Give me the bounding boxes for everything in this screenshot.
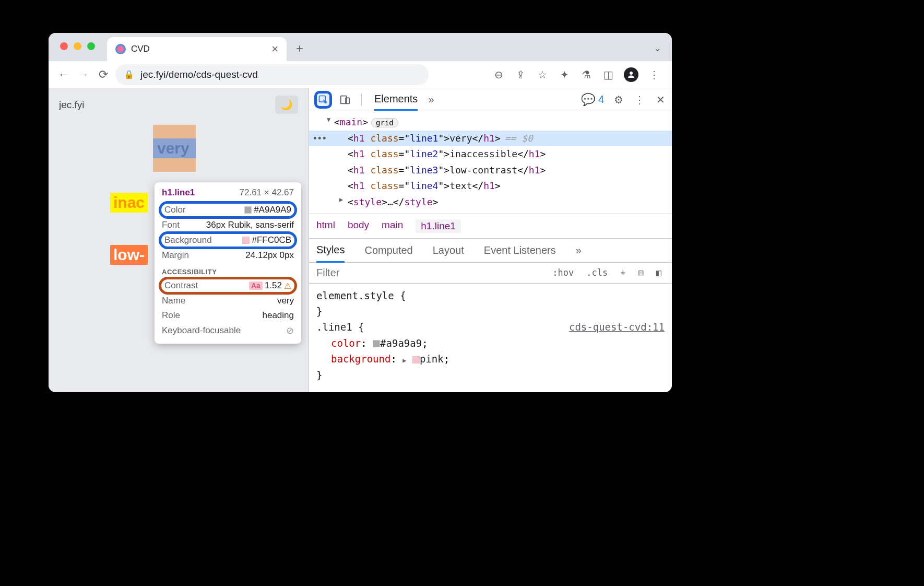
expand-icon[interactable]: ▶ xyxy=(402,357,406,364)
profile-icon[interactable] xyxy=(624,67,638,82)
tooltip-role-row: Role heading xyxy=(162,308,294,323)
tooltip-font-row: Font 36px Rubik, sans-serif xyxy=(162,218,294,232)
color-swatch xyxy=(244,206,252,214)
dom-h1-line1[interactable]: <h1 class="line1">very</h1>== $0 xyxy=(309,131,672,147)
demo-line1: very xyxy=(153,138,196,158)
line1-rule: .line1 { cds-quest-cvd:11 xyxy=(316,319,665,335)
more-tabs-icon[interactable]: » xyxy=(428,89,434,110)
dark-mode-toggle[interactable]: 🌙 xyxy=(275,96,298,114)
breadcrumb-h1[interactable]: h1.line1 xyxy=(416,219,461,233)
contrast-aa-badge: Aa xyxy=(249,282,263,290)
inspect-element-button[interactable] xyxy=(314,91,332,109)
styles-tab-styles[interactable]: Styles xyxy=(316,239,345,263)
tooltip-keyboard-row: Keyboard-focusable ⊘ xyxy=(162,323,294,338)
dom-tree[interactable]: ▼<main>grid <h1 class="line1">very</h1>=… xyxy=(309,111,672,214)
tooltip-accessibility-heading: ACCESSIBILITY xyxy=(162,268,294,276)
back-button[interactable]: ← xyxy=(56,67,72,83)
styles-content[interactable]: element.style { } .line1 { cds-quest-cvd… xyxy=(309,284,672,387)
tab-title: CVD xyxy=(131,44,266,54)
dom-breadcrumbs: html body main h1.line1 xyxy=(309,214,672,238)
styles-tab-eventlisteners[interactable]: Event Listeners xyxy=(484,239,556,262)
page-header: jec.fyi 🌙 xyxy=(49,88,309,121)
devtools-menu-icon[interactable]: ⋮ xyxy=(633,93,646,106)
sidepanel-icon[interactable]: ◫ xyxy=(602,68,614,81)
devtools-panel: Elements » 💬 4 ⚙ ⋮ ✕ ▼<main>grid <h1 cla… xyxy=(309,88,672,392)
cls-toggle[interactable]: .cls xyxy=(583,265,611,280)
dom-main-element[interactable]: ▼<main>grid xyxy=(309,114,672,131)
styles-tab-computed[interactable]: Computed xyxy=(364,239,412,262)
element-inspector-tooltip: h1.line1 72.61 × 42.67 Color #A9A9A9 Fon… xyxy=(155,182,301,344)
site-name: jec.fyi xyxy=(59,99,85,111)
breadcrumb-main[interactable]: main xyxy=(382,219,403,233)
tab-favicon xyxy=(115,44,126,54)
devtools-toolbar: Elements » 💬 4 ⚙ ⋮ ✕ xyxy=(309,88,672,111)
browser-window: CVD × + ⌄ ← → ⟳ 🔒 jec.fyi/demo/cds-quest… xyxy=(49,33,672,392)
tabs-dropdown-icon[interactable]: ⌄ xyxy=(654,42,661,54)
window-controls xyxy=(60,42,95,50)
new-style-button[interactable]: + xyxy=(617,265,629,280)
close-window-button[interactable] xyxy=(60,42,68,50)
forward-button[interactable]: → xyxy=(76,67,91,83)
more-styles-tabs-icon[interactable]: » xyxy=(576,239,582,262)
dom-h1-line3[interactable]: <h1 class="line3">low-contrast</h1> xyxy=(309,162,672,179)
not-focusable-icon: ⊘ xyxy=(286,325,294,336)
omnibox[interactable]: 🔒 jec.fyi/demo/cds-quest-cvd xyxy=(115,64,429,85)
extensions-icon[interactable]: ✦ xyxy=(558,68,571,81)
dom-style-element[interactable]: ▶<style>…</style> xyxy=(309,194,672,210)
breadcrumb-body[interactable]: body xyxy=(348,219,369,233)
menu-icon[interactable]: ⋮ xyxy=(648,68,660,81)
styles-tab-layout[interactable]: Layout xyxy=(433,239,464,262)
close-tab-icon[interactable]: × xyxy=(271,42,278,56)
settings-icon[interactable]: ⚙ xyxy=(612,93,625,106)
styles-filter-bar: :hov .cls + ⊟ ◧ xyxy=(309,263,672,284)
dom-h1-line4[interactable]: <h1 class="line4">text</h1> xyxy=(309,178,672,194)
css-background-prop[interactable]: background: ▶ pink; xyxy=(316,351,665,367)
demo-line2: inac xyxy=(110,193,148,213)
demo-element-highlighted: very xyxy=(153,125,196,172)
content-area: jec.fyi 🌙 very inac low- h1.line1 72.61 … xyxy=(49,88,672,392)
elements-tab[interactable]: Elements xyxy=(374,89,418,111)
toggle-sidebar-icon[interactable]: ◧ xyxy=(653,265,665,280)
labs-icon[interactable]: ⚗ xyxy=(580,68,593,81)
warning-icon: ⚠ xyxy=(284,281,291,291)
computed-styles-icon[interactable]: ⊟ xyxy=(635,265,647,280)
tooltip-margin-row: Margin 24.12px 0px xyxy=(162,248,294,263)
browser-tab[interactable]: CVD × xyxy=(107,37,287,61)
url-text: jec.fyi/demo/cds-quest-cvd xyxy=(140,69,258,80)
minimize-window-button[interactable] xyxy=(74,42,81,50)
element-style-rule: element.style { xyxy=(316,288,665,303)
close-devtools-icon[interactable]: ✕ xyxy=(654,93,667,106)
tooltip-dimensions: 72.61 × 42.67 xyxy=(240,187,294,198)
tooltip-contrast-row: Contrast Aa 1.52 ⚠ xyxy=(159,277,297,295)
new-tab-button[interactable]: + xyxy=(296,41,303,56)
breadcrumb-html[interactable]: html xyxy=(316,219,335,233)
maximize-window-button[interactable] xyxy=(87,42,95,50)
tooltip-name-row: Name very xyxy=(162,294,294,308)
styles-tabs: Styles Computed Layout Event Listeners » xyxy=(309,238,672,263)
address-bar: ← → ⟳ 🔒 jec.fyi/demo/cds-quest-cvd ⊖ ⇪ ☆… xyxy=(49,61,672,88)
css-bg-swatch[interactable] xyxy=(412,356,420,364)
lock-icon: 🔒 xyxy=(124,69,134,79)
tooltip-color-row: Color #A9A9A9 xyxy=(159,201,297,219)
demo-line3: low- xyxy=(110,245,148,265)
source-link[interactable]: cds-quest-cvd:11 xyxy=(569,319,665,335)
share-icon[interactable]: ⇪ xyxy=(514,68,527,81)
svg-point-0 xyxy=(630,72,633,75)
dom-h1-line2[interactable]: <h1 class="line2">inaccessible</h1> xyxy=(309,146,672,162)
issues-icon: 💬 xyxy=(581,93,595,107)
background-swatch xyxy=(242,237,250,244)
page-viewport: jec.fyi 🌙 very inac low- h1.line1 72.61 … xyxy=(49,88,309,392)
tooltip-selector: h1.line1 xyxy=(162,187,195,198)
reload-button[interactable]: ⟳ xyxy=(96,67,111,83)
css-color-prop[interactable]: color: #a9a9a9; xyxy=(316,335,665,351)
device-toolbar-button[interactable] xyxy=(336,91,354,109)
zoom-icon[interactable]: ⊖ xyxy=(492,68,505,81)
toolbar-right: ⊖ ⇪ ☆ ✦ ⚗ ◫ ⋮ xyxy=(492,67,660,82)
tab-bar: CVD × + ⌄ xyxy=(49,33,672,61)
css-color-swatch[interactable] xyxy=(373,340,380,347)
hov-toggle[interactable]: :hov xyxy=(549,265,577,280)
styles-filter-input[interactable] xyxy=(309,263,549,283)
issues-button[interactable]: 💬 4 xyxy=(581,93,604,107)
bookmark-icon[interactable]: ☆ xyxy=(536,68,549,81)
tooltip-background-row: Background #FFC0CB xyxy=(159,231,297,249)
